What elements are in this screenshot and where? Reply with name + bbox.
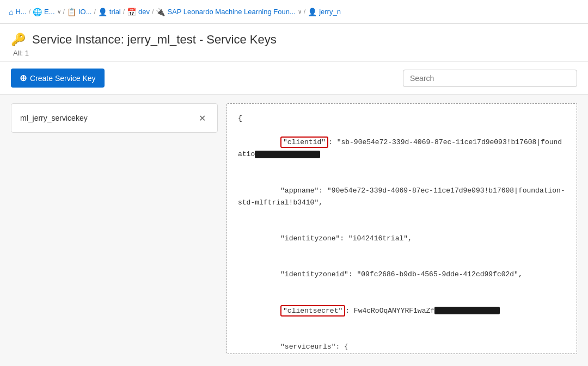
breadcrumb-sep-6: / [304, 8, 305, 16]
json-line-clientid: "clientid": "sb-90e54e72-339d-4069-87ec-… [238, 125, 566, 172]
service-key-icon: 🔑 [11, 33, 26, 47]
clientsecret-key: "clientsecret" [280, 305, 345, 317]
breadcrumb-sap-ml[interactable]: 🔌 SAP Leonardo Machine Learning Foun... [156, 8, 295, 16]
key-close-button[interactable]: ✕ [195, 111, 209, 125]
trial-icon: 👤 [98, 8, 107, 16]
page-title: Service Instance: jerry_ml_test - Servic… [32, 33, 277, 47]
breadcrumb-trial[interactable]: 👤 trial [98, 8, 121, 16]
breadcrumb-home-label: H... [15, 8, 26, 16]
json-line-identityzone: "identityzone": "i042416trial", [238, 221, 566, 257]
create-service-key-button[interactable]: ⊕ Create Service Key [11, 69, 105, 88]
main-content: ml_jerry_servicekey ✕ { "clientid": "sb-… [0, 95, 588, 363]
plus-circle-icon: ⊕ [20, 73, 27, 83]
json-line-clientsecret: "clientsecret": Fw4cRoOqANYYRF1waZf [238, 293, 566, 328]
clientsecret-redacted [434, 307, 500, 314]
breadcrumb-sep-2: / [63, 8, 65, 16]
key-name: ml_jerry_servicekey [20, 114, 88, 122]
breadcrumb-bar: ⌂ H... / 🌐 E... ∨ / 📋 IO... / 👤 trial / … [0, 0, 588, 24]
breadcrumb-sep-3: / [94, 8, 95, 16]
breadcrumb-io[interactable]: 📋 IO... [67, 8, 92, 16]
json-panel: { "clientid": "sb-90e54e72-339d-4069-87e… [226, 103, 577, 354]
clientid-key: "clientid" [280, 137, 328, 148]
breadcrumb-sap-label: SAP Leonardo Machine Learning Foun... [167, 8, 295, 16]
home-icon: ⌂ [9, 8, 13, 16]
breadcrumb-dev-label: dev [138, 8, 150, 16]
plugin-icon: 🔌 [156, 8, 165, 16]
list-item[interactable]: ml_jerry_servicekey ✕ [11, 103, 218, 133]
breadcrumb-trial-label: trial [109, 8, 121, 16]
breadcrumb-chevron-sap[interactable]: ∨ [298, 9, 302, 15]
dev-icon: 📅 [127, 8, 136, 16]
breadcrumb-home[interactable]: ⌂ H... [9, 8, 27, 16]
io-icon: 📋 [67, 8, 76, 16]
json-line-serviceurls: "serviceurls": { [238, 329, 566, 354]
toolbar: ⊕ Create Service Key [0, 62, 588, 95]
key-list-panel: ml_jerry_servicekey ✕ [11, 103, 218, 354]
breadcrumb-sep-1: / [29, 8, 30, 16]
close-icon: ✕ [199, 113, 206, 123]
breadcrumb-sep-4: / [123, 8, 125, 16]
globe-icon: 🌐 [33, 8, 42, 16]
breadcrumb-chevron-env[interactable]: ∨ [57, 9, 61, 15]
breadcrumb-user[interactable]: 👤 jerry_n [308, 8, 341, 16]
breadcrumb-dev[interactable]: 📅 dev [127, 8, 150, 16]
breadcrumb-io-label: IO... [78, 8, 92, 16]
json-line-brace-open: { [238, 113, 566, 125]
page-header: 🔑 Service Instance: jerry_ml_test - Serv… [0, 24, 588, 62]
create-button-label: Create Service Key [30, 74, 96, 83]
breadcrumb-env-label: E... [44, 8, 55, 16]
json-line-identityzoneid: "identityzoneid": "09fc2686-b9db-4565-9d… [238, 257, 566, 293]
user-icon: 👤 [308, 8, 317, 16]
breadcrumb-environments[interactable]: 🌐 E... [33, 8, 55, 16]
breadcrumb-sep-5: / [152, 8, 154, 16]
breadcrumb-user-label: jerry_n [319, 8, 341, 16]
json-line-appname: "appname": "90e54e72-339d-4069-87ec-11ce… [238, 172, 566, 220]
search-input[interactable] [403, 70, 577, 87]
clientid-redacted [255, 151, 320, 158]
page-count: All: 1 [11, 49, 577, 57]
page-title-row: 🔑 Service Instance: jerry_ml_test - Serv… [11, 33, 577, 47]
